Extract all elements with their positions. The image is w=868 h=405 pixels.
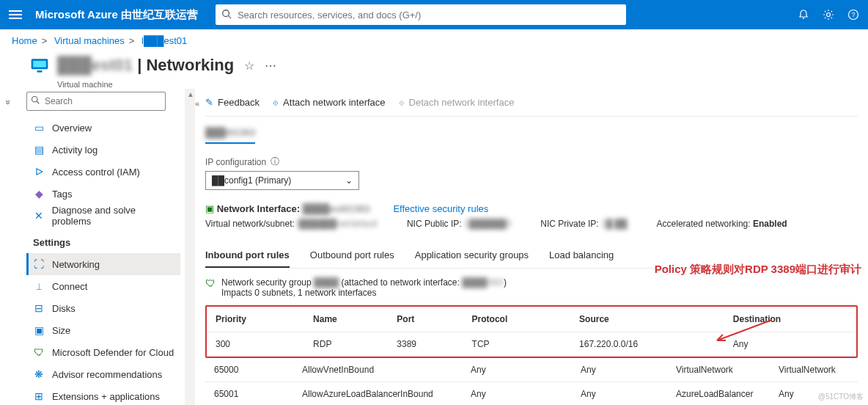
sidebar-item-tags[interactable]: ◆Tags	[26, 183, 180, 205]
sidebar-item-defender[interactable]: 🛡Microsoft Defender for Cloud	[26, 341, 180, 363]
ipconfig-select[interactable]: ██config1 (Primary) ⌄	[205, 171, 359, 190]
tab-loadbalancing[interactable]: Load balancing	[549, 244, 614, 268]
attach-nic-button[interactable]: ⟐Attach network interface	[273, 97, 385, 108]
more-icon[interactable]: ⋯	[265, 59, 276, 73]
table-row[interactable]: 65001AllowAzureLoadBalancerInBoundAnyAny…	[205, 382, 858, 406]
table-row[interactable]: 300RDP3389TCP167.220.0.0/16Any	[207, 332, 856, 357]
effective-rules-link[interactable]: Effective security rules	[393, 203, 488, 214]
toolbar: ✎Feedback ⟐Attach network interface ⟐Det…	[205, 89, 858, 117]
rules-table: Priority Name Port Protocol Source Desti…	[207, 307, 856, 357]
col-source[interactable]: Source	[570, 307, 724, 332]
disks-icon: ⊟	[33, 302, 45, 314]
activity-log-icon: ▤	[33, 144, 45, 156]
search-icon	[221, 9, 232, 19]
connect-icon: ⟂	[33, 280, 45, 292]
col-priority[interactable]: Priority	[207, 307, 304, 332]
settings-icon[interactable]	[823, 9, 834, 21]
page-subtitle: Virtual machine	[28, 80, 868, 89]
chevron-down-icon: ⌄	[345, 175, 353, 186]
svg-line-1	[229, 16, 232, 19]
page-header: ███est01 | Networking ☆ ⋯ Virtual machin…	[0, 52, 868, 89]
overview-icon: ▭	[33, 122, 45, 134]
breadcrumb: Home> Virtual machines> l███est01	[0, 29, 868, 52]
main-content: ✎Feedback ⟐Attach network interface ⟐Det…	[195, 89, 868, 405]
shield-icon: 🛡	[205, 277, 216, 289]
svg-point-0	[223, 10, 229, 17]
sidebar-item-disks[interactable]: ⊟Disks	[26, 297, 180, 319]
table-row[interactable]: 65000AllowVnetInBoundAnyAnyVirtualNetwor…	[205, 358, 858, 382]
brand-label: Microsoft Azure 由世纪互联运营	[35, 8, 198, 22]
svg-line-10	[37, 101, 39, 103]
notifications-icon[interactable]	[798, 9, 809, 21]
nsg-info: 🛡 Network security group ████ (attached …	[205, 277, 858, 298]
detach-nic-button: ⟐Detach network interface	[399, 97, 515, 108]
svg-point-9	[32, 97, 38, 103]
nic-name-tab[interactable]: ███t01363	[205, 127, 255, 144]
svg-point-2	[803, 18, 804, 19]
ipconfig-label: IP configurationⓘ	[205, 156, 858, 168]
crumb-vms[interactable]: Virtual machines	[54, 35, 125, 46]
sidebar-item-iam[interactable]: ᐅAccess control (IAM)	[26, 161, 180, 183]
table-header-row: Priority Name Port Protocol Source Desti…	[207, 307, 856, 332]
menu-icon[interactable]	[9, 10, 22, 19]
scroll-up-icon[interactable]: ▲	[187, 90, 194, 98]
sidebar-item-extensions[interactable]: ⊞Extensions + applications	[26, 385, 180, 405]
crumb-home[interactable]: Home	[12, 35, 37, 46]
sidebar-section-settings: Settings	[26, 231, 180, 253]
tags-icon: ◆	[33, 188, 45, 200]
rules-table-rest: 65000AllowVnetInBoundAnyAnyVirtualNetwor…	[205, 358, 858, 405]
sidebar-search[interactable]: «	[26, 92, 180, 111]
attach-icon: ⟐	[273, 97, 279, 108]
svg-point-3	[827, 13, 831, 17]
global-search-input[interactable]	[216, 4, 626, 25]
annotation-text: Policy 策略规则对RDP 3389端口进行审计	[655, 263, 861, 277]
ipconfig-value: ██config1 (Primary)	[212, 175, 291, 186]
sidebar-scrollbar[interactable]: ▲	[185, 89, 195, 405]
tab-inbound[interactable]: Inbound port rules	[205, 244, 290, 268]
iam-icon: ᐅ	[33, 166, 45, 178]
feedback-button[interactable]: ✎Feedback	[205, 97, 260, 108]
sidebar-item-advisor[interactable]: ❋Advisor recommendations	[26, 363, 180, 385]
help-icon[interactable]: ?	[847, 9, 859, 21]
tab-outbound[interactable]: Outbound port rules	[310, 244, 394, 268]
tab-asg[interactable]: Application security groups	[415, 244, 529, 268]
diagnose-icon: ✕	[33, 210, 45, 222]
col-port[interactable]: Port	[388, 307, 463, 332]
defender-icon: 🛡	[33, 346, 45, 358]
sidebar-item-connect[interactable]: ⟂Connect	[26, 275, 180, 297]
network-info: ▣ Network Interface: ████est01363 Effect…	[205, 203, 858, 229]
global-search[interactable]	[216, 4, 626, 25]
sidebar: « ▭Overview ▤Activity log ᐅAccess contro…	[0, 89, 185, 405]
col-destination[interactable]: Destination	[724, 307, 856, 332]
advisor-icon: ❋	[33, 368, 45, 380]
info-icon[interactable]: ⓘ	[271, 156, 279, 168]
svg-rect-8	[37, 70, 43, 73]
sidebar-item-size[interactable]: ▣Size	[26, 319, 180, 341]
col-name[interactable]: Name	[304, 307, 388, 332]
sidebar-search-input[interactable]	[26, 92, 166, 111]
size-icon: ▣	[33, 324, 45, 336]
sidebar-item-networking[interactable]: ⛶Networking	[26, 253, 180, 275]
watermark: @51CTO博客	[818, 392, 864, 402]
sidebar-item-overview[interactable]: ▭Overview	[26, 117, 180, 139]
sidebar-nav: ▭Overview ▤Activity log ᐅAccess control …	[26, 117, 180, 405]
top-right-icons: ?	[798, 9, 859, 21]
top-bar: Microsoft Azure 由世纪互联运营 ?	[0, 0, 868, 29]
svg-rect-7	[33, 61, 46, 68]
detach-icon: ⟐	[399, 97, 405, 108]
vm-icon	[29, 55, 50, 76]
page-title: ███est01 | Networking	[57, 56, 234, 75]
svg-text:?: ?	[851, 11, 855, 18]
crumb-current[interactable]: l███est01	[141, 35, 187, 46]
search-icon	[31, 95, 40, 104]
nic-badge-icon: ▣	[205, 203, 214, 214]
sidebar-item-diagnose[interactable]: ✕Diagnose and solve problems	[26, 205, 180, 227]
feedback-icon: ✎	[205, 97, 213, 108]
extensions-icon: ⊞	[33, 390, 45, 402]
collapse-icon[interactable]: «	[195, 99, 199, 108]
pin-icon[interactable]: ☆	[244, 59, 254, 73]
sidebar-item-activity[interactable]: ▤Activity log	[26, 139, 180, 161]
rules-table-highlight: Priority Name Port Protocol Source Desti…	[205, 305, 858, 358]
networking-icon: ⛶	[33, 258, 45, 270]
col-protocol[interactable]: Protocol	[463, 307, 571, 332]
